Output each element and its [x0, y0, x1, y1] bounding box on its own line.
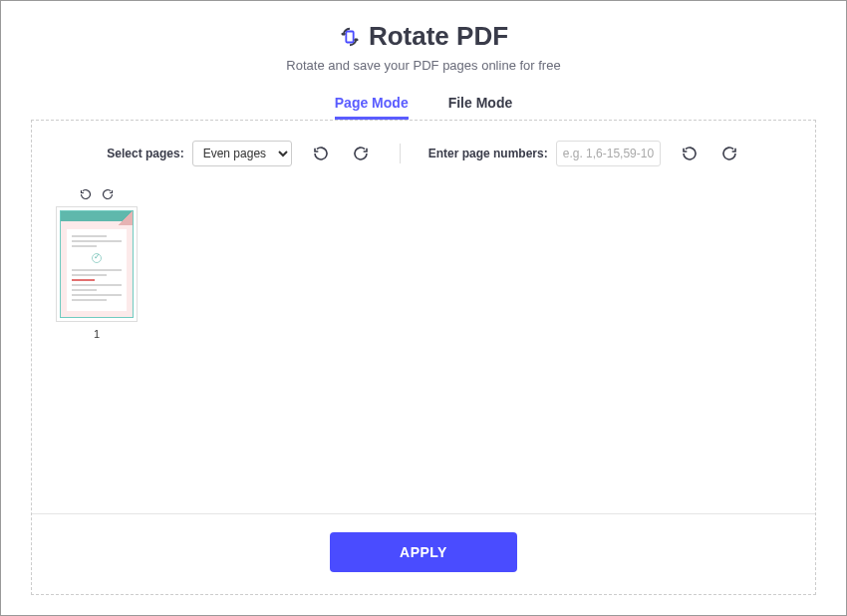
page-subtitle: Rotate and save your PDF pages online fo…	[31, 58, 816, 73]
page-thumbnail[interactable]	[56, 206, 138, 322]
page-number-label: 1	[52, 328, 141, 340]
rotate-cw-icon[interactable]	[100, 186, 116, 202]
rotate-cw-icon[interactable]	[718, 143, 740, 164]
page-numbers-input[interactable]	[556, 141, 661, 166]
rotate-ccw-icon[interactable]	[679, 143, 701, 164]
mode-tabs: Page Mode File Mode	[31, 95, 816, 120]
controls-row: Select pages: Even pages Enter page numb…	[32, 121, 815, 180]
main-panel: Select pages: Even pages Enter page numb…	[31, 120, 816, 595]
tab-file-mode[interactable]: File Mode	[448, 95, 513, 120]
rotate-ccw-icon[interactable]	[310, 143, 332, 164]
apply-button[interactable]: APPLY	[330, 532, 517, 572]
page-thumb-wrap: 1	[52, 186, 141, 340]
select-pages-label: Select pages:	[107, 147, 183, 160]
tab-page-mode[interactable]: Page Mode	[335, 95, 409, 120]
rotate-pdf-icon	[339, 26, 361, 48]
select-pages-dropdown[interactable]: Even pages	[192, 141, 292, 166]
rotate-ccw-icon[interactable]	[78, 186, 94, 202]
svg-rect-0	[346, 31, 353, 42]
controls-divider	[400, 144, 401, 163]
footer: APPLY	[32, 514, 815, 594]
rotate-cw-icon[interactable]	[350, 143, 372, 164]
page-numbers-label: Enter page numbers:	[428, 147, 548, 160]
thumbnail-area: 1	[32, 180, 815, 513]
page-title: Rotate PDF	[369, 21, 508, 52]
header: Rotate PDF Rotate and save your PDF page…	[31, 21, 816, 73]
